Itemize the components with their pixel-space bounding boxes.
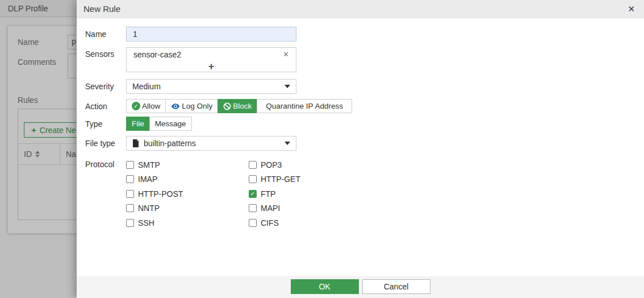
add-sensor-button[interactable]: +	[127, 61, 296, 72]
sensors-field[interactable]: sensor-case2 ✕ +	[126, 47, 296, 72]
protocol-checkbox-ftp[interactable]: FTP	[249, 187, 371, 201]
file-icon	[132, 139, 139, 147]
checkbox-icon	[249, 219, 257, 227]
type-message-button[interactable]: Message	[149, 117, 192, 131]
severity-label: Severity	[85, 82, 126, 91]
checkbox-icon	[249, 175, 257, 183]
name-label: Name	[85, 30, 126, 39]
protocol-checkbox-http-get[interactable]: HTTP-GET	[249, 172, 371, 187]
sensor-entry-name: sensor-case2	[133, 50, 181, 59]
checkbox-icon	[249, 204, 257, 212]
check-circle-icon: ✓	[132, 102, 140, 110]
protocol-checkbox-mapi[interactable]: MAPI	[249, 201, 371, 216]
checkbox-icon	[126, 190, 134, 198]
protocol-checkbox-http-post[interactable]: HTTP-POST	[126, 187, 249, 201]
new-rule-dialog: New Rule ✕ Name Sensors sensor-case2 ✕ +…	[77, 0, 644, 298]
block-icon	[223, 102, 231, 110]
screen: DLP Profile Name p Comments Rules + Crea…	[0, 0, 644, 298]
checkbox-icon	[249, 161, 257, 169]
protocol-checkbox-imap[interactable]: IMAP	[126, 172, 249, 187]
protocol-checkbox-nntp[interactable]: NNTP	[126, 201, 249, 216]
checkbox-icon	[126, 204, 134, 212]
checkbox-icon	[126, 161, 134, 169]
file-type-value: builtin-patterns	[144, 139, 196, 148]
file-type-select[interactable]: builtin-patterns	[126, 136, 296, 151]
type-file-button[interactable]: File	[126, 117, 150, 131]
chevron-down-icon	[285, 85, 290, 88]
action-quarantine-button[interactable]: Quarantine IP Address	[257, 99, 352, 113]
protocol-checkbox-ssh[interactable]: SSH	[126, 216, 249, 230]
checkbox-icon	[249, 190, 257, 198]
protocol-checkbox-cifs[interactable]: CIFS	[249, 216, 371, 230]
severity-select[interactable]: Medium	[126, 79, 296, 94]
cancel-button[interactable]: Cancel	[362, 279, 430, 294]
severity-value: Medium	[132, 82, 161, 91]
protocol-checkbox-pop3[interactable]: POP3	[249, 158, 371, 172]
action-log-only-button[interactable]: Log Only	[165, 99, 218, 113]
file-type-label: File type	[85, 139, 126, 148]
remove-sensor-icon[interactable]: ✕	[283, 50, 289, 59]
dialog-footer: OK Cancel	[77, 276, 644, 298]
type-segmented-control: File Message	[126, 117, 192, 131]
action-label: Action	[85, 102, 126, 111]
dialog-header: New Rule ✕	[77, 0, 644, 18]
protocol-label: Protocol	[85, 158, 126, 230]
sensors-label: Sensors	[85, 47, 126, 72]
close-icon[interactable]: ✕	[628, 4, 635, 14]
name-input[interactable]	[126, 27, 296, 42]
chevron-down-icon	[285, 142, 290, 145]
eye-icon	[171, 102, 180, 111]
action-segmented-control: ✓ Allow Log Only	[126, 99, 352, 113]
sensor-entry: sensor-case2	[127, 48, 296, 61]
protocol-checkbox-grid: SMTP IMAP HTTP-POST NNTP	[126, 158, 371, 230]
dialog-title: New Rule	[83, 4, 120, 14]
checkbox-icon	[126, 175, 134, 183]
protocol-checkbox-smtp[interactable]: SMTP	[126, 158, 249, 172]
checkbox-icon	[126, 219, 134, 227]
ok-button[interactable]: OK	[291, 279, 359, 294]
action-allow-button[interactable]: ✓ Allow	[126, 99, 166, 113]
action-block-button[interactable]: Block	[218, 99, 257, 113]
type-label: Type	[85, 119, 126, 129]
